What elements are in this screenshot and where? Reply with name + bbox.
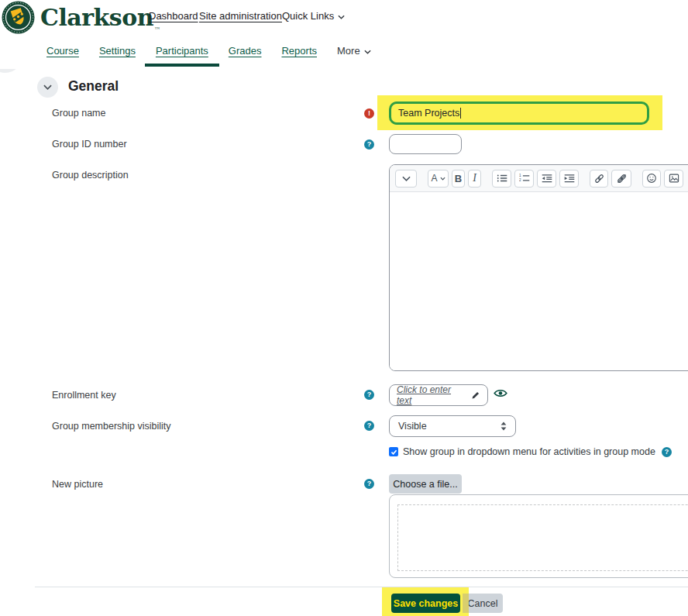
tab-course[interactable]: Course [46,45,79,57]
group-description-editor-area[interactable] [390,192,688,371]
image-icon [669,173,679,184]
group-description-label: Group description [52,170,129,181]
help-icon[interactable]: ? [364,479,374,489]
chevron-down-icon [338,15,345,19]
pencil-icon [471,391,480,400]
svg-text:1: 1 [519,174,521,177]
unlink-icon [616,173,628,184]
show-group-checkbox-label: Show group in dropdown menu for activiti… [403,446,655,457]
link-button[interactable] [590,170,608,188]
emoji-icon [646,173,657,184]
tab-more-menu[interactable]: More [337,45,371,57]
editor-toolbar: A B I 12 [390,165,688,192]
image-button[interactable] [664,170,683,188]
group-name-input[interactable]: Team Projects [389,102,649,125]
help-icon[interactable]: ? [364,139,374,150]
chevron-down-icon [440,177,445,181]
new-picture-label: New picture [52,479,103,490]
nav-quick-links-menu[interactable]: Quick Links [282,10,345,22]
numbered-list-icon: 12 [519,174,530,183]
show-group-checkbox-row: Show group in dropdown menu for activiti… [389,446,672,457]
unlink-button[interactable] [611,170,631,188]
chevron-down-icon [364,50,371,54]
course-nav-tabs: Course Settings Participants Grades Repo… [0,35,688,69]
highlight-annotation-overlap [463,594,469,613]
tab-settings[interactable]: Settings [99,45,136,57]
text-cursor [460,108,461,119]
outdent-button[interactable] [537,170,556,188]
group-id-label: Group ID number [52,139,127,150]
file-dropzone[interactable] [389,494,688,578]
outdent-icon [542,174,552,183]
indent-icon [564,174,575,183]
help-icon[interactable]: ? [364,390,374,400]
chevron-down-icon [402,176,411,181]
svg-text:2: 2 [519,178,521,182]
bold-button[interactable]: B [452,170,465,188]
required-icon: ! [364,108,374,119]
tab-reports[interactable]: Reports [281,45,317,57]
clarkson-seal-logo[interactable] [2,1,35,34]
group-id-input[interactable] [389,134,462,154]
help-icon[interactable]: ? [662,447,672,457]
choose-file-button[interactable]: Choose a file... [389,474,462,494]
bullet-list-button[interactable] [492,170,511,188]
link-icon [593,173,605,184]
visibility-label: Group membership visibility [52,421,171,432]
chevron-down-icon [43,84,52,90]
tab-grades[interactable]: Grades [229,45,262,57]
group-name-label: Group name [52,108,105,119]
section-title: General [68,78,119,95]
show-group-checkbox[interactable] [389,447,398,456]
visibility-select[interactable]: Visible [389,415,516,437]
tab-participants[interactable]: Participants [156,45,208,57]
indent-button[interactable] [559,170,579,188]
save-changes-button[interactable]: Save changes [391,594,460,613]
numbered-list-button[interactable]: 12 [514,170,534,188]
format-color-button[interactable]: A [428,170,449,188]
trademark-symbol: ™ [154,26,160,33]
bullet-list-icon [497,174,507,183]
enrollment-key-label: Enrollment key [52,390,116,401]
nav-site-administration-link[interactable]: Site administration [199,10,282,22]
form-footer-divider [35,587,688,587]
nav-dashboard-link[interactable]: Dashboard [149,10,198,22]
eye-icon[interactable] [494,388,507,398]
enrollment-key-input[interactable]: Click to enter text [389,384,488,406]
emoji-button[interactable] [642,170,661,188]
italic-button[interactable]: I [468,170,481,188]
general-section-collapse-button[interactable] [37,77,58,98]
file-dropzone-dashed-area [397,504,688,571]
toolbar-collapse-button[interactable] [395,170,417,188]
rich-text-editor: A B I 12 [389,164,688,371]
group-edit-page: Clarkson™ Dashboard Site administration … [0,0,688,616]
select-arrows-icon [501,422,507,431]
help-icon[interactable]: ? [364,421,374,431]
